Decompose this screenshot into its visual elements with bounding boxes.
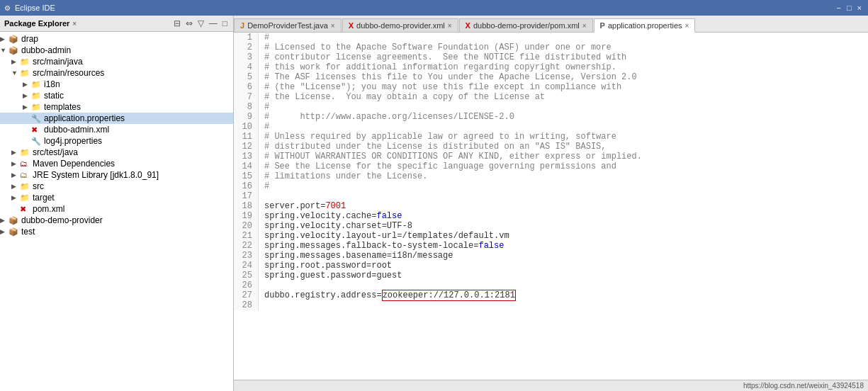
tree-item-i18n[interactable]: ▶📁i18n (0, 79, 233, 90)
tab-close-icon[interactable]: × (685, 22, 689, 30)
line-content[interactable]: # (259, 33, 868, 42)
comment-text: # The ASF licenses this file to You unde… (264, 72, 637, 82)
line-content[interactable]: # WITHOUT WARRANTIES OR CONDITIONS OF AN… (259, 152, 868, 162)
tab-close-icon[interactable]: × (448, 22, 452, 30)
collapse-all-button[interactable]: ⊟ (172, 18, 182, 29)
code-line-28: 28 (234, 300, 868, 310)
tree-icon: 🔧 (31, 137, 44, 146)
tree-item-src[interactable]: ▶📁src (0, 181, 233, 192)
line-content[interactable]: spring.messages.basename=i18n/message (259, 251, 868, 261)
tree-item-src-test-java[interactable]: ▶📁src/test/java (0, 147, 233, 158)
line-content[interactable]: spring.velocity.cache=false (259, 211, 868, 221)
code-line-21: 21spring.velocity.layout-url=/templates/… (234, 231, 868, 241)
line-content[interactable]: # Unless required by applicable law or a… (259, 132, 868, 142)
code-line-6: 6# (the "License"); you may not use this… (234, 82, 868, 92)
tree-item-target[interactable]: ▶📁target (0, 192, 233, 203)
status-text: https://blog.csdn.net/weixin_43924518 (743, 382, 864, 390)
line-content[interactable]: # See the License for the specific langu… (259, 162, 868, 171)
tree-item-dubbo-demo-provider[interactable]: ▶📦dubbo-demo-provider (0, 215, 233, 226)
tab-dubbo-demo-provider-pom[interactable]: Xdubbo-demo-provider/pom.xml× (459, 18, 593, 32)
code-line-11: 11# Unless required by applicable law or… (234, 132, 868, 142)
filter-button[interactable]: ▽ (196, 18, 205, 29)
property-key: dubbo.registry.address (264, 290, 376, 300)
code-line-3: 3# contributor license agreements. See t… (234, 52, 868, 62)
tab-bar: JDemoProviderTest.java×Xdubbo-demo-provi… (234, 16, 868, 33)
property-key: spring.velocity.cache (264, 211, 371, 221)
equals-sign: = (382, 221, 387, 231)
tree-item-templates[interactable]: ▶📁templates (0, 101, 233, 113)
line-content[interactable]: spring.velocity.charset=UTF-8 (259, 221, 868, 231)
tab-application-properties[interactable]: Papplication.properties× (594, 18, 696, 33)
line-content[interactable]: # (the "License"); you may not use this … (259, 82, 868, 92)
minimize-button[interactable]: − (834, 4, 842, 12)
code-editor[interactable]: 1#2# Licensed to the Apache Software Fou… (234, 33, 868, 380)
tree-label: i18n (44, 79, 60, 89)
line-number: 26 (234, 280, 259, 290)
line-number: 14 (234, 162, 259, 171)
tree-item-static[interactable]: ▶📁static (0, 90, 233, 101)
tree-arrow-icon: ▶ (11, 183, 20, 190)
tree-item-jre-system-library[interactable]: ▶🗂JRE System Library [jdk1.8.0_91] (0, 169, 233, 181)
tree-label: dubbo-admin (21, 45, 71, 55)
line-number: 19 (234, 211, 259, 221)
line-content[interactable]: spring.velocity.layout-url=/templates/de… (259, 231, 868, 241)
line-content[interactable] (259, 300, 868, 310)
line-content[interactable]: dubbo.registry.address=zookeeper://127.0… (259, 290, 868, 300)
tree-item-application.properties[interactable]: 🔧application.properties (0, 113, 233, 124)
line-content[interactable]: # (259, 122, 868, 132)
explorer-close-icon[interactable]: × (72, 20, 77, 28)
code-line-13: 13# WITHOUT WARRANTIES OR CONDITIONS OF … (234, 152, 868, 162)
link-editor-button[interactable]: ⇔ (184, 18, 194, 29)
line-content[interactable] (259, 280, 868, 290)
line-content[interactable]: spring.root.password=root (259, 261, 868, 271)
line-content[interactable]: # The ASF licenses this file to You unde… (259, 72, 868, 82)
tree-item-src-main-resources[interactable]: ▼📁src/main/resources (0, 67, 233, 79)
line-content[interactable]: # this work for additional information r… (259, 62, 868, 72)
maximize-view-button[interactable]: □ (221, 18, 229, 29)
line-content[interactable]: # Licensed to the Apache Software Founda… (259, 42, 868, 52)
tab-demo-provider-test[interactable]: JDemoProviderTest.java× (234, 18, 342, 32)
tree-arrow-icon: ▶ (11, 160, 20, 167)
tree-item-dubbo-admin.xml[interactable]: ✖dubbo-admin.xml (0, 124, 233, 135)
code-line-1: 1# (234, 33, 868, 42)
line-number: 6 (234, 82, 259, 92)
tab-close-icon[interactable]: × (582, 22, 587, 30)
tree-arrow-icon: ▼ (0, 47, 9, 54)
line-number: 17 (234, 191, 259, 201)
title-bar: ⚙ Eclipse IDE − □ × (0, 0, 868, 16)
line-content[interactable]: # (259, 181, 868, 191)
tree-item-pom.xml[interactable]: ✖pom.xml (0, 203, 233, 215)
line-number: 18 (234, 201, 259, 211)
tree-item-drap[interactable]: ▶📦drap (0, 33, 233, 45)
tab-close-icon[interactable]: × (331, 22, 335, 30)
property-value: false (478, 241, 504, 251)
tree-item-src-main-java[interactable]: ▶📁src/main/java (0, 56, 233, 67)
close-button[interactable]: × (855, 4, 864, 12)
tree-item-test[interactable]: ▶📦test (0, 226, 233, 237)
tab-dubbo-demo-provider-xml[interactable]: Xdubbo-demo-provider.xml× (342, 18, 458, 32)
tree-icon: 📁 (31, 91, 44, 101)
tree-item-dubbo-admin[interactable]: ▼📦dubbo-admin (0, 45, 233, 56)
line-content[interactable]: # the License. You may obtain a copy of … (259, 92, 868, 102)
maximize-button[interactable]: □ (845, 4, 854, 12)
explorer-title: Package Explorer (4, 19, 69, 28)
tree-arrow-icon: ▶ (0, 228, 9, 235)
line-content[interactable]: # distributed under the License is distr… (259, 142, 868, 152)
equals-sign: = (387, 251, 392, 261)
tree-item-maven-dependencies[interactable]: ▶🗂Maven Dependencies (0, 158, 233, 169)
tree-icon: 📁 (20, 57, 33, 67)
line-content[interactable]: # http://www.apache.org/licenses/LICENSE… (259, 112, 868, 122)
tab-icon: J (240, 21, 244, 30)
tree-icon: 🗂 (20, 171, 33, 179)
line-content[interactable]: # (259, 102, 868, 112)
line-content[interactable]: spring.guest.password=guest (259, 271, 868, 280)
code-line-26: 26 (234, 280, 868, 290)
minimize-view-button[interactable]: — (208, 18, 219, 29)
line-content[interactable]: spring.messages.fallback-to-system-local… (259, 241, 868, 251)
line-content[interactable] (259, 191, 868, 201)
line-content[interactable]: # contributor license agreements. See th… (259, 52, 868, 62)
tree-item-log4j.properties[interactable]: 🔧log4j.properties (0, 135, 233, 147)
line-content[interactable]: server.port=7001 (259, 201, 868, 211)
line-content[interactable]: # limitations under the License. (259, 171, 868, 181)
code-line-19: 19spring.velocity.cache=false (234, 211, 868, 221)
